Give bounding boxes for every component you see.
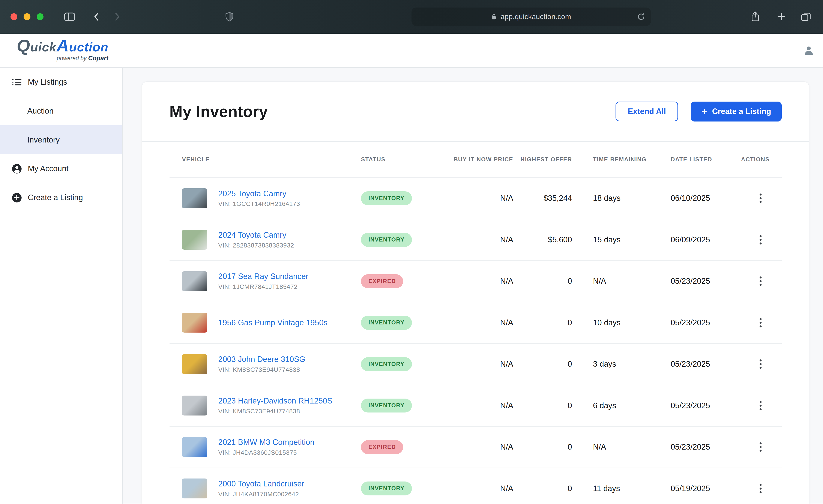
kebab-menu-icon[interactable] [756,192,766,205]
table-row: 2024 Toyota Camry VIN: 28283873838383932… [170,219,782,261]
vehicle-vin: VIN: JH4DA3360JS015375 [218,449,314,456]
kebab-menu-icon[interactable] [756,440,766,454]
actions-cell [727,192,782,205]
lock-icon [491,13,496,20]
highest-offer: $5,600 [513,235,572,244]
sidebar-toggle-icon[interactable] [64,12,75,21]
vehicle-title-link[interactable]: 2025 Toyota Camry [218,189,300,198]
plus-icon: + [701,106,707,117]
share-icon[interactable] [751,11,760,22]
window-controls [10,13,43,20]
vehicle-vin: VIN: 1JCMR7841JT185472 [218,283,308,290]
vehicle-vin: VIN: 1GCCT14R0H2164173 [218,200,300,207]
create-listing-button[interactable]: + Create a Listing [691,102,782,122]
table-row: 2025 Toyota Camry VIN: 1GCCT14R0H2164173… [170,178,782,219]
app-header: QuickAuction powered by Copart [0,34,823,68]
highest-offer: 0 [513,401,572,410]
status-badge: INVENTORY [361,233,412,246]
extend-all-button[interactable]: Extend All [616,102,678,121]
address-bar[interactable]: app.quickauction.com [412,8,651,26]
vehicle-info: 2023 Harley-Davidson RH1250S VIN: KM8SC7… [218,396,332,415]
vehicle-thumbnail[interactable] [182,395,207,415]
vehicle-vin: VIN: KM8SC73E94U774838 [218,407,332,415]
vehicle-title-link[interactable]: 2017 Sea Ray Sundancer [218,272,308,281]
status-badge: INVENTORY [361,191,412,205]
date-listed: 05/23/2025 [650,401,727,410]
sidebar-item-inventory[interactable]: Inventory [0,125,122,154]
vehicle-title-link[interactable]: 2003 John Deere 310SG [218,355,305,364]
time-remaining: 10 days [572,318,650,327]
inventory-table-body: 2025 Toyota Camry VIN: 1GCCT14R0H2164173… [170,178,782,504]
actions-cell [727,357,782,371]
sidebar-item-my-listings[interactable]: My Listings [0,68,122,97]
kebab-menu-icon[interactable] [756,482,766,495]
vehicle-title-link[interactable]: 2021 BMW M3 Competition [218,438,314,447]
vehicle-vin: VIN: JH4KA8170MC002642 [218,491,304,498]
url-text: app.quickauction.com [501,13,571,21]
time-remaining: 15 days [572,235,650,244]
actions-cell [727,440,782,454]
table-header-row: VEHICLE STATUS BUY IT NOW PRICE HIGHEST … [170,142,782,178]
close-window-button[interactable] [10,13,17,20]
status-cell: INVENTORY [361,357,453,371]
date-listed: 06/09/2025 [650,235,727,244]
main-content: My Inventory Extend All + Create a Listi… [123,68,823,504]
actions-cell [727,316,782,330]
highest-offer: $35,244 [513,194,572,203]
sidebar-item-auction[interactable]: Auction [0,97,122,126]
vehicle-thumbnail[interactable] [182,479,207,498]
date-listed: 05/23/2025 [650,277,727,286]
sidebar-item-label: Auction [27,107,53,116]
forward-icon[interactable] [115,12,120,21]
kebab-menu-icon[interactable] [756,357,766,371]
vehicle-title-link[interactable]: 1956 Gas Pump Vintage 1950s [218,318,327,327]
vehicle-info: 1956 Gas Pump Vintage 1950s [218,318,327,327]
table-row: 2003 John Deere 310SG VIN: KM8SC73E94U77… [170,344,782,385]
time-remaining: N/A [572,443,650,452]
quickauction-logo[interactable]: QuickAuction powered by Copart [17,38,109,62]
kebab-menu-icon[interactable] [756,316,766,330]
vehicle-title-link[interactable]: 2024 Toyota Camry [218,230,294,239]
privacy-shield-icon[interactable] [225,12,233,22]
highest-offer: 0 [513,318,572,327]
kebab-menu-icon[interactable] [756,399,766,412]
status-cell: EXPIRED [361,440,453,454]
buy-now-price: N/A [453,277,513,286]
vehicle-thumbnail[interactable] [182,437,207,457]
sidebar-item-create-listing[interactable]: Create a Listing [0,183,122,212]
vehicle-thumbnail[interactable] [182,271,207,291]
vehicle-cell: 2000 Toyota Landcruiser VIN: JH4KA8170MC… [170,479,361,498]
kebab-menu-icon[interactable] [756,275,766,288]
vehicle-title-link[interactable]: 2000 Toyota Landcruiser [218,479,304,488]
zoom-window-button[interactable] [37,13,43,20]
vehicle-thumbnail[interactable] [182,230,207,249]
status-cell: EXPIRED [361,274,453,288]
browser-chrome: app.quickauction.com [0,0,823,34]
vehicle-thumbnail[interactable] [182,188,207,208]
kebab-menu-icon[interactable] [756,233,766,246]
status-badge: INVENTORY [361,482,412,495]
sidebar-item-label: Inventory [27,135,59,144]
vehicle-title-link[interactable]: 2023 Harley-Davidson RH1250S [218,396,332,405]
highest-offer: 0 [513,443,572,452]
vehicle-cell: 2017 Sea Ray Sundancer VIN: 1JCMR7841JT1… [170,271,361,291]
buy-now-price: N/A [453,443,513,452]
back-icon[interactable] [94,12,99,21]
refresh-icon[interactable] [637,13,645,21]
status-badge: EXPIRED [361,274,403,288]
new-tab-icon[interactable] [777,13,785,21]
status-cell: INVENTORY [361,398,453,412]
highest-offer: 0 [513,277,572,286]
buy-now-price: N/A [453,235,513,244]
status-badge: INVENTORY [361,398,412,412]
vehicle-thumbnail[interactable] [182,354,207,374]
sidebar-item-my-account[interactable]: My Account [0,154,122,183]
user-avatar-icon[interactable] [803,44,815,56]
card-header: My Inventory Extend All + Create a Listi… [142,82,809,142]
minimize-window-button[interactable] [24,13,30,20]
vehicle-thumbnail[interactable] [182,313,207,333]
column-status: STATUS [361,156,453,163]
tab-overview-icon[interactable] [801,12,811,21]
highest-offer: 0 [513,360,572,369]
column-actions: ACTIONS [727,156,782,163]
